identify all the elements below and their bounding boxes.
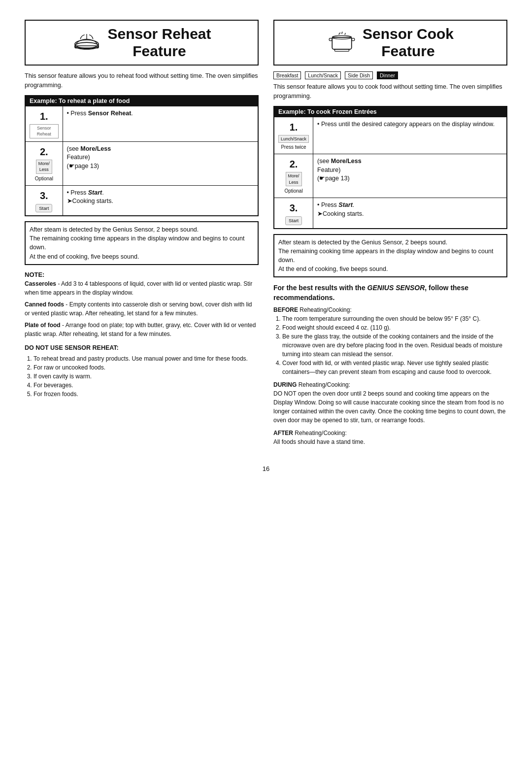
svg-rect-7 xyxy=(334,49,349,51)
step3-left: 3. Start xyxy=(30,189,59,212)
before-section: BEFORE Reheating/Cooking: The room tempe… xyxy=(273,305,507,376)
cook-step1-instruction: • Press until the desired category appea… xyxy=(313,117,506,154)
cook-example-box: Example: To cook Frozen Entrées 1. Lunch… xyxy=(273,106,507,229)
sensor-reheat-icon-label: Sensor Reheat xyxy=(30,124,59,138)
list-item: For frozen foods. xyxy=(33,390,259,399)
cook-step3-left: 3. Start xyxy=(278,201,309,225)
do-not-list: To reheat bread and pastry products. Use… xyxy=(33,354,259,399)
cat-dinner: Dinner xyxy=(377,71,398,79)
reheat-title: Sensor Reheat Feature xyxy=(107,26,211,60)
reheat-note-section: NOTE: Casseroles - Add 3 to 4 tablespoon… xyxy=(25,270,259,339)
step3-instruction: • Press Start.➤Cooking starts. xyxy=(63,185,258,215)
step2-left: 2. More/Less Optional xyxy=(30,145,59,182)
reheat-icon xyxy=(72,28,101,58)
table-row: 3. Start • Press Start.➤Cooking starts. xyxy=(26,185,258,215)
right-column: Sensor Cook Feature Breakfast Lunch/Snac… xyxy=(273,20,507,450)
note-plate: Plate of food - Arrange food on plate; t… xyxy=(25,321,259,338)
cook-title: Sensor Cook Feature xyxy=(363,26,454,60)
before-list: The room temperature surrounding the ove… xyxy=(282,314,507,376)
cook-optional-label: Optional xyxy=(284,188,302,195)
reheat-header: Sensor Reheat Feature xyxy=(25,20,259,66)
press-twice-label: Press twice xyxy=(281,144,306,151)
cook-steam-box: After steam is detected by the Genius Se… xyxy=(273,234,507,278)
cat-lunch: Lunch/Snack xyxy=(305,71,341,79)
list-item: To reheat bread and pastry products. Use… xyxy=(33,354,259,363)
cook-steps-table: 1. Lunch/Snack Press twice • Press until… xyxy=(274,117,506,228)
before-label: BEFORE xyxy=(273,306,298,313)
step3-num: 3. xyxy=(40,189,48,202)
cook-step2-num: 2. xyxy=(290,157,298,171)
during-label: DURING xyxy=(273,381,297,388)
best-results-title: For the best results with the GENIUS SEN… xyxy=(273,283,507,302)
left-column: Sensor Reheat Feature This sensor featur… xyxy=(25,20,259,399)
list-item: The room temperature surrounding the ove… xyxy=(282,314,507,323)
after-text: All foods should have a stand time. xyxy=(273,438,365,445)
step1-left: 1. Sensor Reheat xyxy=(30,109,59,138)
step2-num: 2. xyxy=(40,145,48,159)
table-row: 1. Sensor Reheat • Press Sensor Reheat. xyxy=(26,106,258,141)
step1-num: 1. xyxy=(40,109,48,123)
list-item: Be sure the glass tray, the outside of t… xyxy=(282,332,507,359)
table-row: 2. More/Less Optional (see More/LessFeat… xyxy=(26,141,258,185)
note-canned: Canned foods - Empty contents into casse… xyxy=(25,300,259,318)
cook-step2-instruction: (see More/LessFeature)(☛page 13) xyxy=(313,154,506,198)
cat-breakfast: Breakfast xyxy=(273,71,301,79)
cook-intro: This sensor feature allows you to cook f… xyxy=(273,82,507,101)
reheat-example-header: Example: To reheat a plate of food xyxy=(26,96,258,106)
step1-instruction: • Press Sensor Reheat. xyxy=(63,106,258,141)
lunch-snack-icon: Lunch/Snack xyxy=(278,135,309,143)
more-less-icon: More/Less xyxy=(36,160,52,174)
reheat-example-box: Example: To reheat a plate of food 1. Se… xyxy=(25,95,259,217)
after-section: AFTER Reheating/Cooking: All foods shoul… xyxy=(273,429,507,446)
cook-example-header: Example: To cook Frozen Entrées xyxy=(274,107,506,117)
cook-start-btn-icon: Start xyxy=(285,216,302,225)
cook-steam-text: After steam is detected by the Genius Se… xyxy=(278,239,493,272)
cook-icon xyxy=(327,28,357,58)
cook-step3-instruction: • Press Start.➤Cooking starts. xyxy=(313,198,506,228)
category-labels: Breakfast Lunch/Snack Side Dish Dinner xyxy=(273,71,507,79)
step2-instruction: (see More/LessFeature)(☛page 13) xyxy=(63,141,258,185)
do-not-label: DO NOT USE SENSOR REHEAT: xyxy=(25,343,259,353)
list-item: For raw or uncooked foods. xyxy=(33,363,259,372)
svg-rect-6 xyxy=(352,38,355,40)
cat-side-dish: Side Dish xyxy=(345,71,373,79)
reheat-steps-table: 1. Sensor Reheat • Press Sensor Reheat. … xyxy=(26,106,258,216)
cook-step1-left: 1. Lunch/Snack Press twice xyxy=(278,120,309,151)
do-not-section: DO NOT USE SENSOR REHEAT: To reheat brea… xyxy=(25,343,259,399)
cook-header: Sensor Cook Feature xyxy=(273,20,507,66)
cook-step1-num: 1. xyxy=(290,120,298,134)
cook-step2-left: 2. More/Less Optional xyxy=(278,157,309,195)
table-row: 3. Start • Press Start.➤Cooking starts. xyxy=(274,198,506,228)
before-sub: Reheating/Cooking: xyxy=(298,306,352,313)
during-section: DURING Reheating/Cooking: DO NOT open th… xyxy=(273,380,507,425)
reheat-steam-box: After steam is detected by the Genius Se… xyxy=(25,221,259,265)
table-row: 1. Lunch/Snack Press twice • Press until… xyxy=(274,117,506,154)
list-item: If oven cavity is warm. xyxy=(33,372,259,381)
after-label: AFTER xyxy=(273,430,293,436)
list-item: Cover food with lid, or with vented plas… xyxy=(282,359,507,376)
during-text: DO NOT open the oven door until 2 beeps … xyxy=(273,390,505,424)
page-number: 16 xyxy=(25,465,507,472)
note-casseroles: Casseroles - Add 3 to 4 tablespoons of l… xyxy=(25,279,259,297)
cook-step3-num: 3. xyxy=(290,201,298,215)
after-sub: Reheating/Cooking: xyxy=(293,430,347,436)
reheat-steam-text: After steam is detected by the Genius Se… xyxy=(30,226,244,260)
reheat-intro: This sensor feature allows you to reheat… xyxy=(25,71,259,90)
optional-label: Optional xyxy=(35,175,53,182)
svg-rect-5 xyxy=(329,38,332,40)
list-item: Food weight should exceed 4 oz. (110 g). xyxy=(282,323,507,332)
note-label: NOTE: xyxy=(25,270,259,280)
list-item: For beverages. xyxy=(33,381,259,390)
start-btn-icon: Start xyxy=(35,204,52,212)
cook-more-less-icon: More/Less xyxy=(286,172,302,186)
table-row: 2. More/Less Optional (see More/LessFeat… xyxy=(274,154,506,198)
during-sub: Reheating/Cooking: xyxy=(297,381,350,388)
